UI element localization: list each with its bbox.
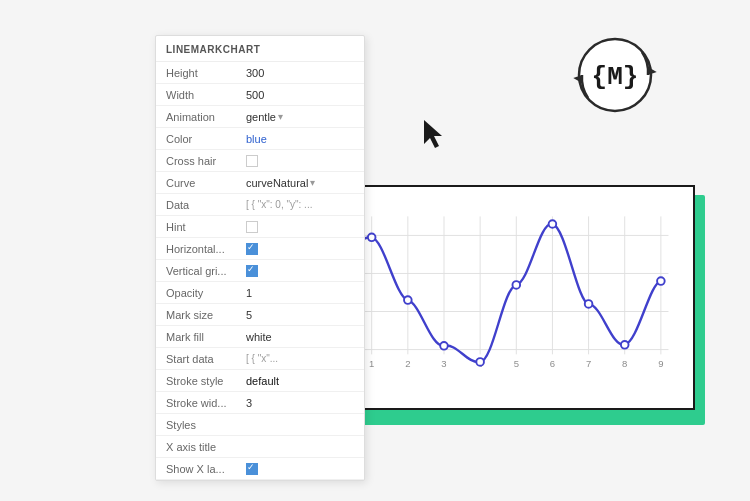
m-logo-svg: {M} bbox=[570, 30, 660, 120]
svg-point-33 bbox=[512, 281, 520, 289]
prop-label-color: Color bbox=[166, 133, 246, 145]
prop-label-horizontal: Horizontal... bbox=[166, 243, 246, 255]
prop-label-curve: Curve bbox=[166, 177, 246, 189]
svg-text:7: 7 bbox=[586, 358, 591, 369]
prop-label-animation: Animation bbox=[166, 111, 246, 123]
svg-point-37 bbox=[657, 277, 665, 285]
prop-value-curve[interactable]: curveNatural ▾ bbox=[246, 177, 354, 189]
svg-text:8: 8 bbox=[622, 358, 627, 369]
svg-point-32 bbox=[476, 358, 484, 366]
prop-value-width: 500 bbox=[246, 89, 354, 101]
prop-label-hint: Hint bbox=[166, 221, 246, 233]
prop-row-vertical-grid[interactable]: Vertical gri... bbox=[156, 260, 364, 282]
prop-label-xaxistitle: X axis title bbox=[166, 441, 246, 453]
prop-value-startdata: [ { "x"... bbox=[246, 353, 354, 364]
panel-title: LINEMARKCHART bbox=[156, 36, 364, 62]
prop-row-horizontal[interactable]: Horizontal... bbox=[156, 238, 364, 260]
chevron-down-icon: ▾ bbox=[278, 111, 283, 122]
prop-label-opacity: Opacity bbox=[166, 287, 246, 299]
svg-text:5: 5 bbox=[514, 358, 519, 369]
prop-value-data: [ { "x": 0, "y": ... bbox=[246, 199, 354, 210]
hint-checkbox[interactable] bbox=[246, 221, 258, 233]
prop-label-vertical-grid: Vertical gri... bbox=[166, 265, 246, 277]
chevron-down-icon-2: ▾ bbox=[310, 177, 315, 188]
cursor-icon bbox=[420, 118, 448, 150]
prop-label-width: Width bbox=[166, 89, 246, 101]
prop-row-markfill: Mark fill white bbox=[156, 326, 364, 348]
crosshair-checkbox[interactable] bbox=[246, 155, 258, 167]
prop-label-styles: Styles bbox=[166, 419, 246, 431]
m-logo: {M} bbox=[570, 30, 660, 120]
showxlabel-checkbox[interactable] bbox=[246, 463, 258, 475]
prop-label-strokewidth: Stroke wid... bbox=[166, 397, 246, 409]
prop-label-height: Height bbox=[166, 67, 246, 79]
prop-row-strokewidth: Stroke wid... 3 bbox=[156, 392, 364, 414]
svg-marker-42 bbox=[424, 120, 442, 148]
svg-point-31 bbox=[440, 342, 448, 350]
prop-value-color: blue bbox=[246, 133, 354, 145]
svg-point-30 bbox=[404, 296, 412, 304]
vertical-grid-checkbox[interactable] bbox=[246, 265, 258, 277]
prop-row-xaxistitle: X axis title bbox=[156, 436, 364, 458]
prop-row-animation[interactable]: Animation gentle ▾ bbox=[156, 106, 364, 128]
prop-row-showxlabel[interactable]: Show X la... bbox=[156, 458, 364, 480]
prop-row-startdata: Start data [ { "x"... bbox=[156, 348, 364, 370]
svg-text:1: 1 bbox=[369, 358, 374, 369]
horizontal-checkbox[interactable] bbox=[246, 243, 258, 255]
prop-row-height: Height 300 bbox=[156, 62, 364, 84]
prop-row-strokestyle: Stroke style default bbox=[156, 370, 364, 392]
prop-row-styles: Styles bbox=[156, 414, 364, 436]
prop-row-hint[interactable]: Hint bbox=[156, 216, 364, 238]
prop-label-startdata: Start data bbox=[166, 353, 246, 365]
prop-value-marksize: 5 bbox=[246, 309, 354, 321]
prop-value-height: 300 bbox=[246, 67, 354, 79]
prop-label-strokestyle: Stroke style bbox=[166, 375, 246, 387]
svg-text:3: 3 bbox=[441, 358, 446, 369]
prop-row-opacity: Opacity 1 bbox=[156, 282, 364, 304]
prop-value-opacity: 1 bbox=[246, 287, 354, 299]
svg-text:2: 2 bbox=[405, 358, 410, 369]
prop-value-strokestyle: default bbox=[246, 375, 354, 387]
prop-row-crosshair[interactable]: Cross hair bbox=[156, 150, 364, 172]
main-container: LINEMARKCHART Height 300 Width 500 Anima… bbox=[0, 0, 750, 501]
prop-label-showxlabel: Show X la... bbox=[166, 463, 246, 475]
prop-label-markfill: Mark fill bbox=[166, 331, 246, 343]
prop-row-curve[interactable]: Curve curveNatural ▾ bbox=[156, 172, 364, 194]
svg-text:6: 6 bbox=[550, 358, 555, 369]
svg-point-29 bbox=[368, 234, 376, 242]
svg-point-34 bbox=[549, 220, 557, 228]
prop-row-marksize: Mark size 5 bbox=[156, 304, 364, 326]
prop-row-data: Data [ { "x": 0, "y": ... bbox=[156, 194, 364, 216]
prop-row-color: Color blue bbox=[156, 128, 364, 150]
svg-text:9: 9 bbox=[658, 358, 663, 369]
prop-label-marksize: Mark size bbox=[166, 309, 246, 321]
prop-value-animation[interactable]: gentle ▾ bbox=[246, 111, 354, 123]
prop-row-width: Width 500 bbox=[156, 84, 364, 106]
properties-panel: LINEMARKCHART Height 300 Width 500 Anima… bbox=[155, 35, 365, 481]
prop-label-crosshair: Cross hair bbox=[166, 155, 246, 167]
svg-point-35 bbox=[585, 300, 593, 308]
svg-text:{M}: {M} bbox=[592, 62, 639, 92]
prop-value-strokewidth: 3 bbox=[246, 397, 354, 409]
cursor bbox=[420, 118, 448, 153]
prop-label-data: Data bbox=[166, 199, 246, 211]
prop-value-markfill: white bbox=[246, 331, 354, 343]
svg-point-36 bbox=[621, 341, 629, 349]
